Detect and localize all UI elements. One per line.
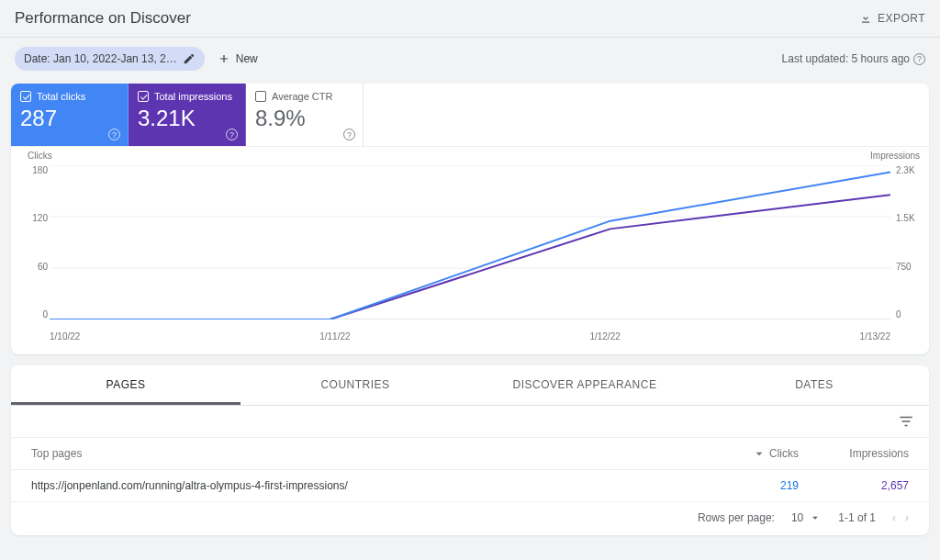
cell-clicks: 219 [688, 479, 799, 492]
cell-impressions: 2,657 [799, 479, 909, 492]
date-range-chip[interactable]: Date: Jan 10, 2022-Jan 13, 2… [15, 47, 205, 71]
last-updated-text: Last updated: 5 hours ago [782, 52, 910, 65]
table-card: PAGES COUNTRIES DISCOVER APPEARANCE DATE… [11, 365, 929, 535]
caret-down-icon [809, 511, 822, 524]
table-header: Top pages Clicks Impressions [11, 438, 929, 470]
metric-value: 8.9% [255, 106, 353, 131]
add-filter-button[interactable]: New [218, 52, 258, 65]
col-header-impressions[interactable]: Impressions [799, 447, 909, 460]
y-ticks-left: 180 120 60 0 [20, 165, 48, 319]
last-updated: Last updated: 5 hours ago ? [782, 52, 925, 65]
help-icon[interactable]: ? [108, 129, 120, 140]
line-chart: Clicks Impressions 180 120 60 0 2.3K 1.5… [11, 147, 929, 354]
y-axis-left-label: Clicks [28, 151, 52, 161]
metric-tile-clicks[interactable]: Total clicks 287 ? [11, 84, 129, 146]
table-row[interactable]: https://jonpenland.com/running/altra-oly… [11, 470, 929, 502]
table-tabs: PAGES COUNTRIES DISCOVER APPEARANCE DATE… [11, 365, 929, 406]
metric-label: Total impressions [154, 91, 232, 102]
x-ticks: 1/10/22 1/11/22 1/12/22 1/13/22 [50, 331, 890, 342]
metric-label: Total clicks [37, 91, 85, 102]
tab-dates[interactable]: DATES [699, 365, 929, 405]
export-label: EXPORT [878, 12, 925, 25]
tab-discover[interactable]: DISCOVER APPEARANCE [470, 365, 699, 405]
col-header-page[interactable]: Top pages [31, 447, 688, 460]
table-pager: Rows per page: 10 1-1 of 1 ‹ › [11, 502, 929, 535]
cell-page: https://jonpenland.com/running/altra-oly… [31, 479, 688, 492]
y-ticks-right: 2.3K 1.5K 750 0 [896, 165, 923, 319]
rows-per-page-select[interactable]: 10 [791, 511, 822, 524]
metric-value: 287 [20, 106, 118, 131]
help-icon[interactable]: ? [226, 129, 238, 140]
col-header-clicks[interactable]: Clicks [688, 447, 799, 460]
pager-range: 1-1 of 1 [838, 511, 876, 524]
metric-tile-impressions[interactable]: Total impressions 3.21K ? [129, 84, 246, 146]
tab-countries[interactable]: COUNTRIES [241, 365, 470, 405]
page-title: Performance on Discover [15, 9, 191, 28]
chart-card: Total clicks 287 ? Total impressions 3.2… [11, 84, 929, 354]
pager-next[interactable]: › [905, 511, 909, 524]
arrow-down-icon [753, 447, 766, 460]
checkbox-off-icon [255, 91, 266, 102]
rows-per-page-label: Rows per page: [698, 511, 775, 524]
pager-prev[interactable]: ‹ [892, 511, 896, 524]
metric-value: 3.21K [138, 106, 236, 131]
tab-pages[interactable]: PAGES [11, 365, 241, 405]
metric-tile-ctr[interactable]: Average CTR 8.9% ? [246, 84, 364, 146]
metric-label: Average CTR [272, 91, 332, 102]
help-icon[interactable]: ? [913, 53, 925, 65]
help-icon[interactable]: ? [343, 129, 355, 140]
plus-icon [218, 52, 230, 65]
chart-svg [50, 165, 890, 319]
date-range-label: Date: Jan 10, 2022-Jan 13, 2… [24, 52, 177, 65]
download-icon [859, 12, 872, 25]
export-button[interactable]: EXPORT [859, 12, 925, 25]
checkbox-on-icon [138, 91, 149, 102]
y-axis-right-label: Impressions [870, 151, 920, 161]
checkbox-on-icon [20, 91, 31, 102]
pencil-icon [183, 52, 196, 65]
filter-icon[interactable] [898, 413, 914, 430]
add-filter-label: New [236, 52, 258, 65]
